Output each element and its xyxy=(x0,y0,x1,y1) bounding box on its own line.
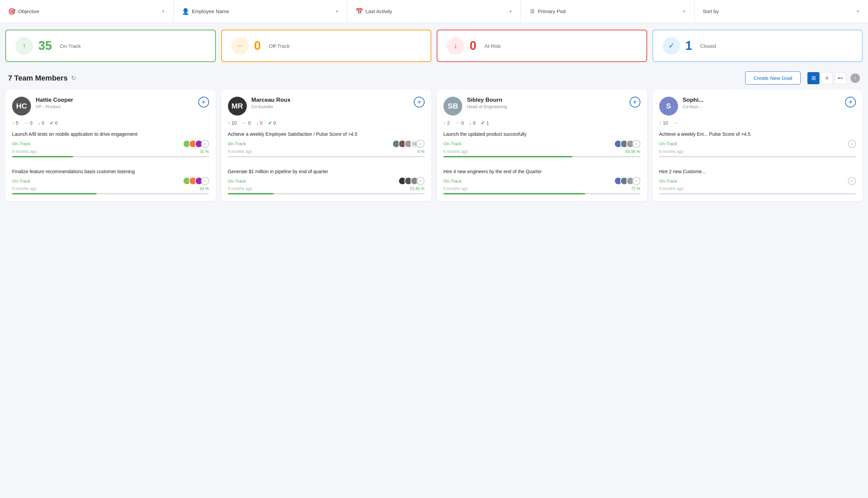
goal-meta: On-Track + xyxy=(444,140,640,148)
filter-sort-by[interactable]: Sort by ▼ xyxy=(695,0,868,23)
add-goal-button[interactable]: + xyxy=(198,97,209,107)
add-goal-button[interactable]: + xyxy=(414,97,424,107)
progress-bar xyxy=(444,156,640,157)
goals-list: Achieve a weekly Em... Pulse Score of >4… xyxy=(659,131,856,194)
pod-chevron: ▼ xyxy=(682,9,686,14)
goal-meta: On-Track + xyxy=(228,177,425,185)
member-role: Head of Engineering xyxy=(467,104,629,109)
progress-fill xyxy=(12,193,97,194)
mini-stat-value: 10 xyxy=(232,120,237,126)
mini-stat-icon: ↔ xyxy=(24,120,29,126)
mini-stat-icon: ↔ xyxy=(242,120,247,126)
mini-stats-row: ↑ 2 ↔ 0 ↓ 0 ✓ 1 xyxy=(444,120,640,126)
add-avatar[interactable]: + xyxy=(632,140,640,148)
goal-title: Finalize feature recommendations basis c… xyxy=(12,169,209,175)
pod-icon: 🖥 xyxy=(529,8,535,15)
mini-stat: ↑ 2 xyxy=(444,120,450,126)
mini-stat-icon: ↑ xyxy=(444,120,446,126)
add-goal-button[interactable]: + xyxy=(629,97,640,107)
goal-time: 9 months ago xyxy=(228,186,253,191)
goal-footer: 9 months ago 43 % xyxy=(12,186,209,191)
view-list-button[interactable]: ≡ xyxy=(821,72,833,84)
goal-time: 9 months ago xyxy=(659,149,684,154)
goal-title: Launch the updated product succesfully xyxy=(444,131,640,138)
add-avatar[interactable]: + xyxy=(417,140,424,148)
goal-percent: 65.56 % xyxy=(625,149,640,154)
mini-stat-icon: ✓ xyxy=(481,120,485,126)
card-header: MR Marceau Roux Co-founder + xyxy=(228,97,425,116)
add-avatar[interactable]: + xyxy=(848,177,856,185)
goal-status: On-Track xyxy=(659,141,677,146)
filter-last-activity[interactable]: 📅 Last Activity ▼ xyxy=(348,0,521,23)
card-header: SB Sibley Bourn Head of Engineering + xyxy=(444,97,640,116)
objective-chevron: ▼ xyxy=(161,9,165,14)
member-card-sophi: S Sophi... Co-foun... + ↑ 10 ↔ Achieve a… xyxy=(652,90,863,201)
goals-list: Launch A/B tests on mobile application t… xyxy=(12,131,209,194)
goal-item: Launch A/B tests on mobile application t… xyxy=(12,131,209,163)
mini-stat-value: 0 xyxy=(260,120,263,126)
goal-item: Launch the updated product succesfully O… xyxy=(444,131,640,163)
goal-status: On-Track xyxy=(228,141,246,146)
add-avatar[interactable]: + xyxy=(201,177,209,185)
avatar-initials: MR xyxy=(231,102,243,110)
team-header: 7 Team Members ↻ Create New Goal ⊞ ≡ ⊷ i xyxy=(0,69,868,90)
mini-stat-icon: ✓ xyxy=(268,120,272,126)
progress-fill xyxy=(228,193,274,194)
stat-off-track[interactable]: ↔ 0 Off-Track xyxy=(221,30,432,62)
member-card-hattie: HC Hattie Cooper VP - Product + ↑ 5 ↔ 0 … xyxy=(5,90,216,201)
employee-icon: 👤 xyxy=(182,8,189,15)
stat-at-risk[interactable]: ↓ 0 At-Risk xyxy=(437,30,647,62)
avatars-row: + xyxy=(614,140,640,148)
goal-time: 9 months ago xyxy=(12,186,37,191)
add-avatar[interactable]: + xyxy=(201,140,209,148)
progress-fill xyxy=(444,193,585,194)
filter-employee-name[interactable]: 👤 Employee Name ▼ xyxy=(174,0,348,23)
mini-stat-icon: ↔ xyxy=(674,120,678,126)
team-actions: Create New Goal ⊞ ≡ ⊷ i xyxy=(745,71,860,84)
goal-time: 6 months ago xyxy=(444,149,468,154)
member-avatar: SB xyxy=(444,97,462,116)
stat-closed[interactable]: ✓ 1 Closed xyxy=(652,30,863,62)
goal-meta: On-Track + xyxy=(12,140,209,148)
goal-footer: 6 months ago 72 % xyxy=(444,186,640,191)
stats-row: ↑ 35 On-Track ↔ 0 Off-Track ↓ 0 At-Risk … xyxy=(0,23,868,69)
view-grid-button[interactable]: ⊞ xyxy=(808,72,819,84)
member-name: Marceau Roux xyxy=(252,97,414,103)
goal-meta: On-Track + xyxy=(659,140,856,148)
progress-fill xyxy=(12,156,73,157)
view-hierarchy-button[interactable]: ⊷ xyxy=(834,72,846,84)
add-avatar[interactable]: + xyxy=(848,140,856,148)
mini-stat: ↑ 5 xyxy=(12,120,18,126)
goal-item: Hire 4 new engineers by the end of the Q… xyxy=(444,169,640,195)
filter-objective[interactable]: 🎯 Objective ▼ xyxy=(0,0,174,23)
goal-title: Achieve a weekly Employee Satisfaction /… xyxy=(228,131,425,138)
add-avatar[interactable]: + xyxy=(632,177,640,185)
mini-stat-value: 0 xyxy=(273,120,276,126)
add-avatar[interactable]: + xyxy=(417,177,424,185)
refresh-icon[interactable]: ↻ xyxy=(71,75,76,82)
goal-title: Achieve a weekly Em... Pulse Score of >4… xyxy=(659,131,856,138)
mini-stat: ✓ 0 xyxy=(50,120,57,126)
filter-primary-pod[interactable]: 🖥 Primary Pod ▼ xyxy=(521,0,695,23)
activity-chevron: ▼ xyxy=(509,9,513,14)
goal-time: 9 months ago xyxy=(12,149,37,154)
create-goal-button[interactable]: Create New Goal xyxy=(745,71,801,84)
member-role: Co-foun... xyxy=(683,104,845,109)
goal-status: On-Track xyxy=(228,179,246,184)
goal-percent: 43 % xyxy=(200,186,209,191)
info-button[interactable]: i xyxy=(851,74,860,83)
avatars-row: + xyxy=(848,177,856,185)
at-risk-icon: ↓ xyxy=(447,37,464,55)
goal-item: Achieve a weekly Em... Pulse Score of >4… xyxy=(659,131,856,163)
goal-item: Hire 2 new Custome... On-Track + 9 month… xyxy=(659,169,856,195)
mini-stats-row: ↑ 10 ↔ 0 ↓ 0 ✓ 0 xyxy=(228,120,425,126)
stat-on-track[interactable]: ↑ 35 On-Track xyxy=(5,30,216,62)
mini-stat-value: 0 xyxy=(473,120,476,126)
mini-stat: ↓ 0 xyxy=(38,120,44,126)
add-goal-button[interactable]: + xyxy=(845,97,856,107)
member-avatar: S xyxy=(659,97,678,116)
member-card-marceau: MR Marceau Roux Co-founder + ↑ 10 ↔ 0 ↓ … xyxy=(221,90,432,201)
avatars-row: +1+ xyxy=(392,140,424,148)
avatar-initials: HC xyxy=(16,102,27,110)
member-name: Sibley Bourn xyxy=(467,97,629,103)
